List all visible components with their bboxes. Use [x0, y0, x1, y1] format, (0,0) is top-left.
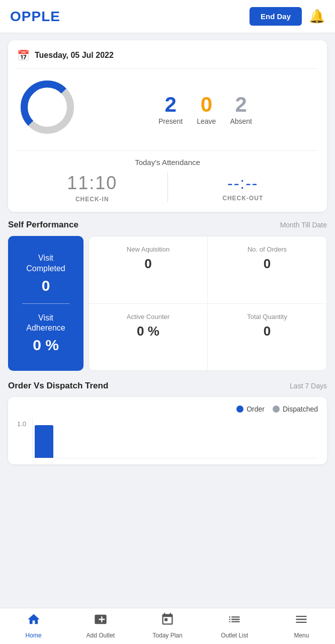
- checkout-item: --:-- CHECK-OUT: [168, 174, 318, 202]
- visit-adherence-label: VisitAdherence: [26, 313, 65, 334]
- order-bar-2: [116, 457, 134, 458]
- order-bar-4: [197, 457, 215, 458]
- legend-order: Order: [236, 405, 265, 413]
- stat-leave: 0 Leave: [197, 94, 216, 125]
- nav-add-outlet-label: Add Outlet: [86, 632, 115, 639]
- legend-dispatched: Dispatched: [273, 405, 318, 413]
- absent-label: Absent: [230, 117, 252, 125]
- nav-home[interactable]: Home: [0, 612, 67, 639]
- nav-menu-label: Menu: [294, 632, 309, 639]
- nav-today-plan[interactable]: Today Plan: [134, 612, 201, 639]
- today-plan-icon: [160, 612, 175, 630]
- attendance-title: Today's Attendance: [17, 158, 318, 167]
- add-outlet-icon: [94, 612, 108, 630]
- visit-adherence-section: VisitAdherence 0 %: [26, 306, 65, 361]
- nav-outlet-list[interactable]: Outlet List: [201, 612, 268, 639]
- perf-cell-total-qty: Total Quantity 0: [208, 304, 326, 371]
- active-counter-label: Active Counter: [96, 313, 200, 320]
- visit-adherence-value: 0 %: [26, 337, 65, 354]
- calendar-icon: 📅: [17, 49, 30, 61]
- checkin-label: CHECK-IN: [17, 196, 168, 203]
- new-aquisition-label: New Aquisition: [96, 246, 200, 253]
- home-icon: [27, 612, 41, 630]
- legend-dispatched-label: Dispatched: [283, 405, 318, 413]
- chart-bar-area: [32, 418, 318, 458]
- present-label: Present: [158, 117, 183, 125]
- menu-icon: [294, 612, 308, 630]
- bar-group-0: [35, 425, 73, 458]
- chart-card: Order Dispatched 1.0: [8, 397, 327, 464]
- checkout-time: --:--: [168, 174, 318, 193]
- orders-value: 0: [215, 256, 319, 272]
- checkin-row: 11:10 CHECK-IN --:-- CHECK-OUT: [17, 173, 318, 203]
- order-bar-1: [75, 457, 94, 458]
- order-bar-0: [35, 425, 53, 458]
- order-bar-6: [278, 457, 296, 458]
- dispatch-bar-2: [135, 457, 154, 458]
- checkin-section: Today's Attendance 11:10 CHECK-IN --:-- …: [17, 151, 318, 203]
- main-content: 📅 Tuesday, 05 Jul 2022 2 Present 0: [0, 33, 335, 505]
- dispatch-bar-4: [216, 457, 235, 458]
- stat-present: 2 Present: [158, 94, 183, 125]
- checkin-time: 11:10: [17, 173, 168, 194]
- date-row: 📅 Tuesday, 05 Jul 2022: [17, 49, 318, 69]
- checkout-label: CHECK-OUT: [168, 195, 318, 202]
- present-value: 2: [158, 94, 183, 115]
- orders-label: No. of Orders: [215, 246, 319, 253]
- visit-completed-label: VisitCompleted: [26, 253, 65, 274]
- perf-title: Self Performance: [8, 220, 78, 230]
- perf-cell-orders: No. of Orders 0: [208, 236, 326, 304]
- perf-left-panel: VisitCompleted 0 VisitAdherence 0 %: [8, 236, 83, 371]
- perf-right-panel: New Aquisition 0 No. of Orders 0 Active …: [89, 236, 327, 371]
- order-bar-3: [156, 457, 175, 458]
- nav-outlet-list-label: Outlet List: [221, 632, 248, 639]
- total-qty-label: Total Quantity: [215, 313, 319, 320]
- stat-absent: 2 Absent: [230, 94, 252, 125]
- order-bar-5: [237, 457, 256, 458]
- checkin-item: 11:10 CHECK-IN: [17, 173, 168, 203]
- leave-label: Leave: [197, 117, 216, 125]
- stats-numbers: 2 Present 0 Leave 2 Absent: [93, 94, 318, 125]
- attendance-card: 📅 Tuesday, 05 Jul 2022 2 Present 0: [8, 40, 327, 212]
- chart-area: 1.0: [17, 418, 318, 458]
- self-performance-section: Self Performance Month Till Date VisitCo…: [8, 220, 327, 371]
- bar-group-5: [237, 457, 275, 458]
- legend-dot-order: [236, 406, 243, 413]
- leave-value: 0: [197, 94, 216, 115]
- logo: OPPLE: [10, 9, 60, 25]
- active-counter-value: 0 %: [96, 324, 200, 339]
- bar-group-4: [197, 457, 235, 458]
- outlet-list-icon: [227, 612, 241, 630]
- bottom-nav: Home Add Outlet Today Plan Outlet List M…: [0, 608, 335, 644]
- order-dispatch-title: Order Vs Dispatch Trend: [8, 381, 108, 391]
- dispatch-bar-6: [297, 457, 316, 458]
- section-header-order: Order Vs Dispatch Trend Last 7 Days: [8, 381, 327, 391]
- nav-menu[interactable]: Menu: [268, 612, 335, 639]
- visit-completed-value: 0: [26, 277, 65, 294]
- nav-add-outlet[interactable]: Add Outlet: [67, 612, 134, 639]
- chart-y-label: 1.0: [17, 420, 26, 428]
- legend-dot-dispatched: [273, 406, 280, 413]
- bar-group-3: [156, 457, 194, 458]
- dispatch-bar-5: [257, 457, 275, 458]
- section-header-perf: Self Performance Month Till Date: [8, 220, 327, 230]
- dispatch-bar-3: [176, 457, 194, 458]
- donut-chart: [17, 77, 82, 142]
- perf-left-divider: [22, 303, 69, 304]
- absent-value: 2: [230, 94, 252, 115]
- perf-subtitle: Month Till Date: [280, 221, 327, 229]
- bar-group-1: [75, 457, 113, 458]
- end-day-button[interactable]: End Day: [249, 7, 302, 26]
- nav-today-plan-label: Today Plan: [152, 632, 182, 639]
- perf-cell-active-counter: Active Counter 0 %: [89, 304, 208, 371]
- bar-group-2: [116, 457, 154, 458]
- perf-grid: VisitCompleted 0 VisitAdherence 0 % New …: [8, 236, 327, 371]
- order-dispatch-section: Order Vs Dispatch Trend Last 7 Days Orde…: [8, 381, 327, 464]
- date-text: Tuesday, 05 Jul 2022: [35, 51, 114, 60]
- bar-group-6: [278, 457, 316, 458]
- chart-legend: Order Dispatched: [17, 405, 318, 413]
- bell-icon[interactable]: 🔔: [309, 9, 325, 24]
- header-right: End Day 🔔: [249, 7, 325, 26]
- legend-order-label: Order: [246, 405, 265, 413]
- perf-cell-new-aquisition: New Aquisition 0: [89, 236, 208, 304]
